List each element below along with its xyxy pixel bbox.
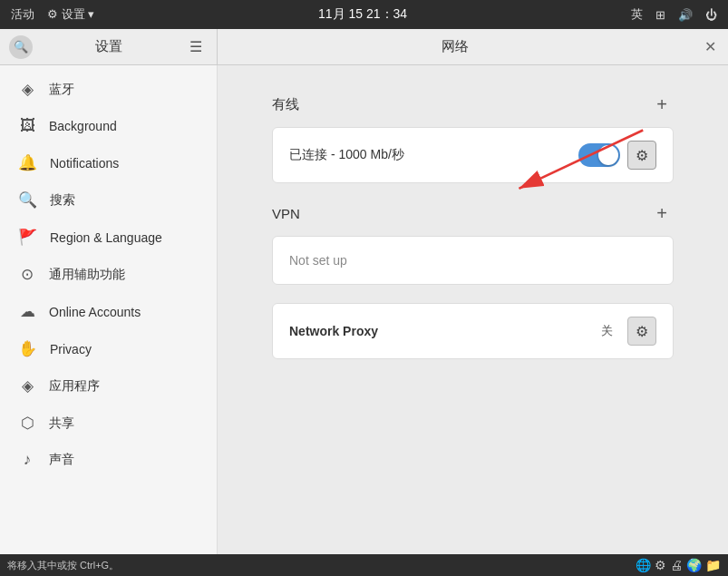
wired-settings-button[interactable]: ⚙ xyxy=(627,141,656,170)
sidebar-item-region[interactable]: 🚩 Region & Language xyxy=(0,219,217,256)
power-button[interactable]: ⏻ xyxy=(702,6,721,24)
printer-icon: 🖨 xyxy=(670,558,683,572)
content-area: ◈ 蓝牙 🖼 Background 🔔 Notifications 🔍 搜索 🚩… xyxy=(0,65,728,554)
topbar: 活动 ⚙ 设置 ▾ 11月 15 21：34 英 ⊞ 🔊 ⏻ xyxy=(0,0,728,29)
sidebar-item-search-label: 搜索 xyxy=(50,192,75,209)
sidebar-item-search[interactable]: 🔍 搜索 xyxy=(0,181,217,219)
volume-icon: 🔊 xyxy=(675,6,696,24)
header-left: 🔍 设置 ☰ xyxy=(0,29,218,64)
activities-button[interactable]: 活动 xyxy=(7,5,38,24)
sidebar-item-sharing[interactable]: ⬡ 共享 xyxy=(0,405,217,442)
sidebar-item-apps[interactable]: ◈ 应用程序 xyxy=(0,367,217,405)
settings-title: 设置 xyxy=(40,38,177,55)
network-proxy-label: Network Proxy xyxy=(289,324,601,338)
sidebar-item-region-label: Region & Language xyxy=(50,230,162,245)
online-accounts-icon: ☁ xyxy=(18,302,36,321)
toggle-knob xyxy=(598,145,618,165)
settings-menu-button[interactable]: ⚙ 设置 ▾ xyxy=(44,5,98,24)
vpn-card: Not set up xyxy=(272,236,674,285)
region-icon: 🚩 xyxy=(18,228,37,247)
background-icon: 🖼 xyxy=(18,117,36,135)
close-button[interactable]: ✕ xyxy=(699,36,721,58)
sidebar: ◈ 蓝牙 🖼 Background 🔔 Notifications 🔍 搜索 🚩… xyxy=(0,65,218,554)
sidebar-item-bluetooth-label: 蓝牙 xyxy=(49,82,74,98)
sidebar-item-sound[interactable]: ♪ 声音 xyxy=(0,442,217,478)
wired-connection-label: 已连接 - 1000 Mb/秒 xyxy=(289,147,578,163)
sidebar-item-notifications-label: Notifications xyxy=(50,156,119,171)
search-button[interactable]: 🔍 xyxy=(9,35,33,59)
network-status-icon: ⊞ xyxy=(652,6,669,24)
sidebar-item-background-label: Background xyxy=(49,119,117,133)
sidebar-item-online-accounts-label: Online Accounts xyxy=(49,305,141,319)
sidebar-item-online-accounts[interactable]: ☁ Online Accounts xyxy=(0,293,217,330)
vpn-add-button[interactable]: + xyxy=(650,201,674,225)
folder-icon: 📁 xyxy=(705,558,721,572)
wired-connection-row: 已连接 - 1000 Mb/秒 ⚙ xyxy=(273,128,673,182)
wired-actions: ⚙ xyxy=(578,141,656,170)
privacy-icon: ✋ xyxy=(18,339,37,358)
proxy-settings-button[interactable]: ⚙ xyxy=(627,317,656,346)
status-bar: 将移入其中或按 Ctrl+G。 🌐 ⚙ 🖨 🌍 📁 xyxy=(0,554,728,576)
sidebar-item-privacy-label: Privacy xyxy=(50,342,92,356)
topbar-datetime: 11月 15 21：34 xyxy=(102,6,624,23)
sound-icon: ♪ xyxy=(18,451,36,469)
status-hint: 将移入其中或按 Ctrl+G。 xyxy=(7,559,632,572)
settings-status-icon: ⚙ xyxy=(655,558,666,572)
apps-icon: ◈ xyxy=(18,376,36,395)
wired-toggle[interactable] xyxy=(578,143,620,167)
notifications-icon: 🔔 xyxy=(18,153,37,172)
hamburger-button[interactable]: ☰ xyxy=(184,35,208,59)
wired-section-title: 有线 xyxy=(272,96,299,113)
network-title: 网络 xyxy=(218,38,692,55)
sidebar-item-accessibility-label: 通用辅助功能 xyxy=(49,267,125,283)
main-panel: 有线 + 已连接 - 1000 Mb/秒 ⚙ VPN + xyxy=(218,65,728,554)
sidebar-item-notifications[interactable]: 🔔 Notifications xyxy=(0,144,217,181)
network-status-icon: 🌐 xyxy=(636,558,651,572)
status-icons: 🌐 ⚙ 🖨 🌍 📁 xyxy=(636,558,721,572)
proxy-actions: 关 ⚙ xyxy=(601,317,656,346)
lang-button[interactable]: 英 xyxy=(627,5,646,24)
proxy-status-label: 关 xyxy=(601,323,613,339)
sidebar-item-sharing-label: 共享 xyxy=(49,415,74,432)
sharing-icon: ⬡ xyxy=(18,414,36,433)
sidebar-item-background[interactable]: 🖼 Background xyxy=(0,108,217,144)
network-proxy-card: Network Proxy 关 ⚙ xyxy=(272,303,674,359)
vpn-not-set-up-label: Not set up xyxy=(289,253,656,268)
wired-card: 已连接 - 1000 Mb/秒 ⚙ xyxy=(272,127,674,183)
sidebar-item-apps-label: 应用程序 xyxy=(49,378,100,395)
sidebar-item-privacy[interactable]: ✋ Privacy xyxy=(0,330,217,367)
network-proxy-row: Network Proxy 关 ⚙ xyxy=(273,304,673,358)
header-bar: 🔍 设置 ☰ 网络 ✕ xyxy=(0,29,728,65)
globe-icon: 🌍 xyxy=(686,558,702,572)
wired-add-button[interactable]: + xyxy=(650,93,674,116)
app-window: 🔍 设置 ☰ 网络 ✕ ◈ 蓝牙 🖼 Background 🔔 Notifica… xyxy=(0,29,728,576)
vpn-section-title: VPN xyxy=(272,206,300,221)
sidebar-item-accessibility[interactable]: ⊙ 通用辅助功能 xyxy=(0,256,217,293)
search-icon: 🔍 xyxy=(18,190,37,210)
sidebar-item-bluetooth[interactable]: ◈ 蓝牙 xyxy=(0,71,217,108)
wired-section-header: 有线 + xyxy=(272,93,674,116)
vpn-section-header: VPN + xyxy=(272,201,674,225)
vpn-not-set-up-row: Not set up xyxy=(273,237,673,284)
accessibility-icon: ⊙ xyxy=(18,265,36,284)
bluetooth-icon: ◈ xyxy=(18,80,36,99)
sidebar-item-sound-label: 声音 xyxy=(49,452,74,468)
